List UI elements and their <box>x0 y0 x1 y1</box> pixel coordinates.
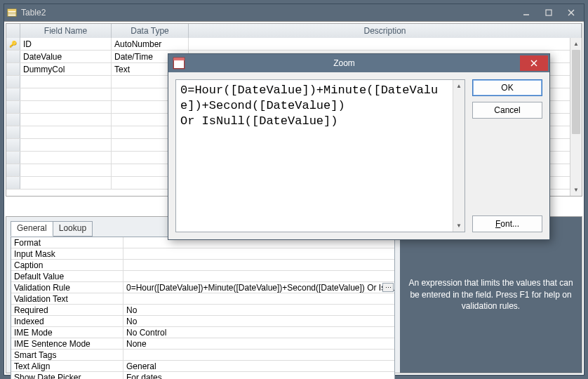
property-label: Show Date Picker <box>11 372 123 379</box>
property-label: Caption <box>11 260 123 270</box>
field-name-cell[interactable] <box>20 126 112 138</box>
property-label: Required <box>11 305 123 315</box>
property-value[interactable]: None <box>123 338 394 349</box>
field-name-cell[interactable]: ID <box>20 38 112 50</box>
titlebar: Table2 <box>4 4 584 21</box>
property-row[interactable]: Input Mask <box>11 248 394 260</box>
property-row[interactable]: Default Value <box>11 271 394 282</box>
property-value[interactable] <box>123 271 394 281</box>
description-cell[interactable] <box>189 38 582 50</box>
row-selector[interactable] <box>6 63 20 75</box>
form-icon <box>173 57 185 69</box>
row-selector-header[interactable] <box>6 24 20 38</box>
property-value[interactable]: No Control <box>123 327 394 338</box>
property-value[interactable] <box>123 350 394 360</box>
field-name-cell[interactable] <box>20 152 112 164</box>
font-button[interactable]: Font... <box>472 215 542 232</box>
row-selector[interactable] <box>6 51 20 62</box>
row-selector[interactable] <box>6 114 20 126</box>
property-label: Indexed <box>11 316 123 326</box>
cancel-button[interactable]: Cancel <box>472 102 542 119</box>
property-row[interactable]: Smart Tags <box>11 350 394 361</box>
primary-key-icon: 🔑 <box>9 41 17 48</box>
data-type-cell[interactable]: AutoNumber <box>112 38 189 50</box>
zoom-close-button[interactable] <box>520 55 548 71</box>
minimize-button[interactable] <box>516 6 536 19</box>
property-value[interactable]: General <box>123 361 394 371</box>
scroll-up-icon[interactable]: ▲ <box>453 80 465 92</box>
table-icon <box>7 8 17 18</box>
field-name-cell[interactable]: DateValue <box>20 51 112 62</box>
col-data-type[interactable]: Data Type <box>112 24 189 38</box>
property-value[interactable] <box>123 248 394 259</box>
row-selector[interactable] <box>6 152 20 164</box>
property-value[interactable]: 0=Hour([DateValue])+Minute([DateValue])+… <box>123 282 394 293</box>
property-label: Validation Text <box>11 293 123 304</box>
scroll-down-icon[interactable]: ▼ <box>570 184 582 196</box>
maximize-button[interactable] <box>539 6 559 19</box>
property-row[interactable]: Show Date PickerFor dates <box>11 372 394 379</box>
property-label: Default Value <box>11 271 123 281</box>
row-selector[interactable] <box>6 177 20 189</box>
property-label: Text Align <box>11 361 123 371</box>
svg-rect-1 <box>8 9 16 11</box>
row-selector[interactable] <box>6 101 20 113</box>
row-selector[interactable]: 🔑 <box>6 38 20 50</box>
property-row[interactable]: Validation Rule0=Hour([DateValue])+Minut… <box>11 282 394 293</box>
property-row[interactable]: Text AlignGeneral <box>11 361 394 372</box>
property-label: Format <box>11 237 123 248</box>
builder-button[interactable]: ⋯ <box>382 283 394 292</box>
property-row[interactable]: Caption <box>11 260 394 271</box>
grid-scrollbar[interactable]: ▲ ▼ <box>570 38 582 196</box>
field-name-cell[interactable] <box>20 177 112 189</box>
field-name-cell[interactable] <box>20 114 112 126</box>
zoom-scrollbar[interactable]: ▲ ▼ <box>453 80 465 232</box>
property-value[interactable]: No <box>123 316 394 326</box>
field-name-cell[interactable]: DummyCol <box>20 63 112 75</box>
field-name-cell[interactable] <box>20 101 112 113</box>
property-value[interactable]: For dates <box>123 372 394 379</box>
col-description[interactable]: Description <box>189 24 582 38</box>
row-selector[interactable] <box>6 88 20 100</box>
zoom-titlebar[interactable]: Zoom <box>168 54 549 72</box>
zoom-text-wrap: 0=Hour([DateValue])+Minute([DateValue])+… <box>175 79 465 232</box>
field-name-cell[interactable] <box>20 139 112 151</box>
row-selector[interactable] <box>6 164 20 176</box>
close-button[interactable] <box>561 6 581 19</box>
tab-general[interactable]: General <box>11 221 53 237</box>
zoom-button-column: OK Cancel Font... <box>472 79 542 232</box>
property-row[interactable]: Validation Text <box>11 293 394 305</box>
property-list: FormatInput MaskCaptionDefault ValueVali… <box>11 237 395 379</box>
table-row[interactable]: 🔑IDAutoNumber <box>6 38 582 51</box>
property-row[interactable]: IndexedNo <box>11 316 394 327</box>
property-value[interactable] <box>123 260 394 270</box>
scroll-up-icon[interactable]: ▲ <box>570 38 582 50</box>
property-row[interactable]: IME ModeNo Control <box>11 327 394 338</box>
zoom-textarea[interactable]: 0=Hour([DateValue])+Minute([DateValue])+… <box>176 80 453 232</box>
field-name-cell[interactable] <box>20 76 112 88</box>
window-title: Table2 <box>21 8 46 18</box>
tab-lookup[interactable]: Lookup <box>53 221 93 237</box>
property-label: IME Mode <box>11 327 123 338</box>
scroll-down-icon[interactable]: ▼ <box>453 220 465 232</box>
row-selector[interactable] <box>6 126 20 138</box>
property-panel: General Lookup FormatInput MaskCaptionDe… <box>6 217 399 373</box>
zoom-body: 0=Hour([DateValue])+Minute([DateValue])+… <box>168 72 549 239</box>
zoom-title: Zoom <box>189 58 520 68</box>
property-value[interactable]: No <box>123 305 394 315</box>
property-row[interactable]: RequiredNo <box>11 305 394 316</box>
help-text: An expression that limits the values tha… <box>408 277 573 312</box>
row-selector[interactable] <box>6 76 20 88</box>
grid-header: Field Name Data Type Description <box>6 24 582 38</box>
field-name-cell[interactable] <box>20 88 112 100</box>
scrollbar-thumb[interactable] <box>572 50 580 134</box>
col-field-name[interactable]: Field Name <box>20 24 112 38</box>
svg-rect-5 <box>546 10 552 15</box>
row-selector[interactable] <box>6 139 20 151</box>
property-value[interactable] <box>123 293 394 304</box>
ok-button[interactable]: OK <box>472 79 542 96</box>
field-name-cell[interactable] <box>20 164 112 176</box>
svg-rect-9 <box>173 58 184 60</box>
property-label: IME Sentence Mode <box>11 338 123 349</box>
property-row[interactable]: IME Sentence ModeNone <box>11 338 394 350</box>
